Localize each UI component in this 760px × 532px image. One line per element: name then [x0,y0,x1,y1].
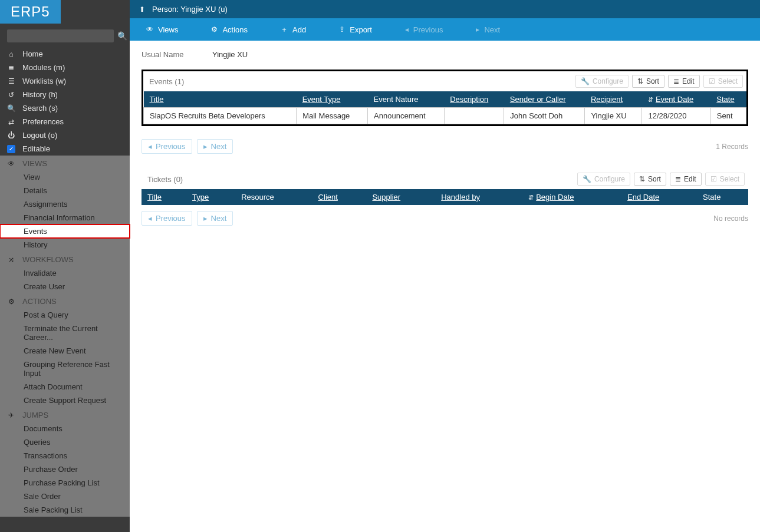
jump-documents[interactable]: Documents [0,422,130,435]
col-state[interactable]: State [697,189,748,205]
logo[interactable]: ERP5 [0,0,61,24]
eye-icon: 👁 [7,160,15,168]
cell-title[interactable]: SlapOS Recruits Beta Developers [144,108,297,124]
nav-modules[interactable]: ≣Modules (m) [0,61,130,74]
col-supplier[interactable]: Supplier [366,189,435,205]
col-event-date[interactable]: ⇵Event Date [642,91,710,108]
tickets-prev-button[interactable]: ◂Previous [142,211,192,226]
ab-add[interactable]: ＋Add [264,18,323,41]
action-bar: 👁Views ⚙Actions ＋Add ⇪Export ◂Previous ▸… [130,18,760,41]
nav-label: Worklists (w) [22,77,66,85]
breadcrumb[interactable]: Person: Yingjie XU (u) [152,5,228,14]
col-type[interactable]: Type [186,189,235,205]
tickets-sort-button[interactable]: ⇅Sort [634,173,666,186]
nav-label: History (h) [22,90,58,99]
view-history[interactable]: History [0,238,130,252]
view-events[interactable]: Events [0,224,130,238]
ab-label: Next [484,25,500,34]
global-search-input[interactable] [7,29,114,42]
col-title[interactable]: Title [144,91,297,108]
col-end-date[interactable]: End Date [621,189,697,205]
ab-export[interactable]: ⇪Export [323,18,389,41]
wrench-icon: 🔧 [583,175,591,183]
jump-sale-order[interactable]: Sale Order [0,490,130,503]
events-next-button[interactable]: ▸Next [197,139,233,154]
nav-label: Create New Event [24,346,86,355]
nav-label: Create Support Request [24,396,106,405]
table-row[interactable]: SlapOS Recruits Beta Developers Mail Mes… [144,108,746,124]
view-assignments[interactable]: Assignments [0,197,130,211]
view-view[interactable]: View [0,170,130,184]
tickets-configure-button[interactable]: 🔧Configure [577,173,630,186]
jump-sale-packing[interactable]: Sale Packing List [0,503,130,517]
col-state[interactable]: State [710,91,746,108]
col-label: Begin Date [536,193,574,201]
col-begin-date[interactable]: ⇵Begin Date [522,189,621,205]
events-select-button[interactable]: ☑Select [703,75,743,88]
ab-next[interactable]: ▸Next [459,18,516,41]
nav-logout[interactable]: ⏻Logout (o) [0,128,130,142]
btn-label: Previous [156,214,186,223]
col-title[interactable]: Title [142,189,186,205]
nav-preferences[interactable]: ⇄Preferences [0,115,130,128]
col-sender[interactable]: Sender or Caller [504,91,585,108]
jump-queries[interactable]: Queries [0,435,130,449]
nav-label: Transactions [24,451,67,460]
nav-search[interactable]: 🔍Search (s) [0,101,130,115]
ab-actions[interactable]: ⚙Actions [195,18,264,41]
act-post-query[interactable]: Post a Query [0,308,130,322]
jump-transactions[interactable]: Transactions [0,449,130,462]
checkbox-checked-icon[interactable]: ✓ [7,145,15,153]
events-prev-button[interactable]: ◂Previous [142,139,192,154]
col-description[interactable]: Description [444,91,504,108]
cell-description [444,108,504,124]
col-label: Sender or Caller [510,95,566,104]
btn-label: Edit [682,77,695,85]
tickets-edit-button[interactable]: ≣Edit [670,173,702,186]
sort-icon: ⇅ [639,175,645,183]
logout-icon: ⏻ [7,131,15,140]
act-support-request[interactable]: Create Support Request [0,394,130,407]
col-resource[interactable]: Resource [235,189,312,205]
col-label: Handled by [441,193,480,201]
col-event-type[interactable]: Event Type [297,91,368,108]
events-sort-button[interactable]: ⇅Sort [632,75,664,88]
tickets-next-button[interactable]: ▸Next [197,211,233,226]
ab-views[interactable]: 👁Views [130,18,195,41]
nav-label: Sale Order [24,492,61,501]
ab-previous[interactable]: ◂Previous [389,18,460,41]
field-usual-name: Usual Name Yingjie XU [142,48,748,70]
col-handled-by[interactable]: Handled by [435,189,522,205]
wf-create-user[interactable]: Create User [0,280,130,293]
view-financial[interactable]: Financial Information [0,211,130,224]
jump-purchase-order[interactable]: Purchase Order [0,462,130,476]
cell-event-date: 12/28/2020 [642,108,710,124]
up-arrow-icon[interactable]: ⬆ [139,5,145,14]
search-icon[interactable]: 🔍 [117,31,127,41]
act-grouping-ref[interactable]: Grouping Reference Fast Input [0,358,130,380]
nav-label: Documents [24,424,62,433]
col-event-nature[interactable]: Event Nature [368,91,445,108]
nav-label: Grouping Reference Fast Input [24,360,123,378]
plane-icon: ✈ [7,411,15,419]
events-configure-button[interactable]: 🔧Configure [575,75,629,88]
list-icon: ≣ [673,77,679,85]
col-label: Resource [241,193,274,201]
list-icon: ≣ [675,175,681,183]
act-terminate-career[interactable]: Terminate the Current Career... [0,322,130,344]
tickets-table: Title Type Resource Client Supplier Hand… [142,189,748,205]
view-details[interactable]: Details [0,184,130,197]
col-client[interactable]: Client [312,189,367,205]
jump-purchase-packing[interactable]: Purchase Packing List [0,476,130,490]
tickets-select-button[interactable]: ☑Select [705,173,745,186]
nav-worklists[interactable]: ☰Worklists (w) [0,74,130,88]
main: ⬆ Person: Yingjie XU (u) 👁Views ⚙Actions… [130,0,760,532]
nav-editable[interactable]: ✓Editable [0,142,130,156]
col-recipient[interactable]: Recipient [585,91,642,108]
act-create-event[interactable]: Create New Event [0,344,130,358]
nav-history[interactable]: ↺History (h) [0,88,130,101]
nav-home[interactable]: ⌂Home [0,47,130,61]
act-attach-doc[interactable]: Attach Document [0,380,130,394]
wf-invalidate[interactable]: Invalidate [0,266,130,280]
events-edit-button[interactable]: ≣Edit [668,75,700,88]
